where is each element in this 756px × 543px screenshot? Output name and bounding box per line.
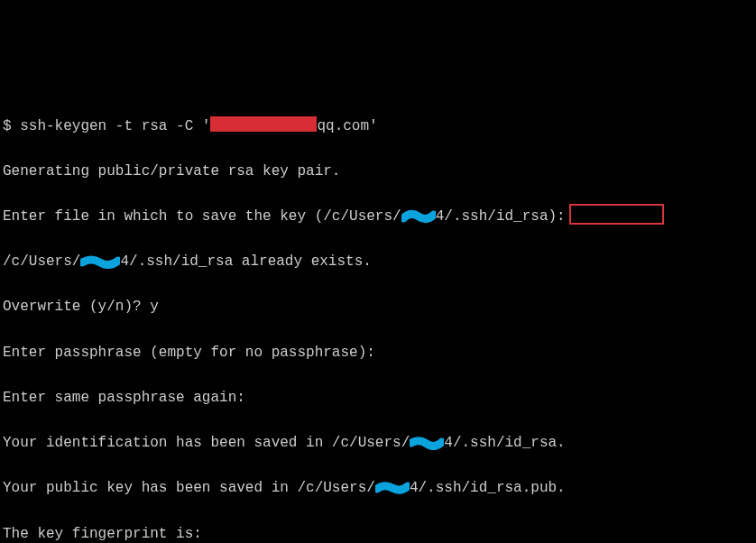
output-overwrite: Overwrite (y/n)? y xyxy=(3,296,753,318)
command-line: $ ssh-keygen -t rsa -C 'qq.com' xyxy=(3,115,753,138)
output-enter-file: Enter file in which to save the key (/c/… xyxy=(3,206,753,228)
output-pub-saved: Your public key has been saved in /c/Use… xyxy=(3,477,753,500)
output-passphrase-again: Enter same passphrase again: xyxy=(3,387,753,410)
output-already-exists: /c/Users/4/.ssh/id_rsa already exists. xyxy=(3,251,753,273)
redaction-username-1 xyxy=(401,209,436,224)
redaction-input-outline xyxy=(569,204,664,225)
output-passphrase: Enter passphrase (empty for no passphras… xyxy=(3,342,753,364)
command-text-pre: ssh-keygen -t rsa -C ' xyxy=(20,118,210,134)
redaction-username-3 xyxy=(410,436,444,450)
redaction-email xyxy=(210,116,317,132)
output-generating: Generating public/private rsa key pair. xyxy=(3,161,753,183)
prompt: $ xyxy=(3,118,20,134)
terminal-output: $ ssh-keygen -t rsa -C 'qq.com' Generati… xyxy=(3,92,753,543)
output-id-saved: Your identification has been saved in /c… xyxy=(3,432,753,455)
redaction-username-2 xyxy=(80,254,120,269)
redaction-username-4 xyxy=(375,481,410,495)
command-text-post: qq.com' xyxy=(317,118,377,134)
output-fingerprint-label: The key fingerprint is: xyxy=(3,523,753,543)
